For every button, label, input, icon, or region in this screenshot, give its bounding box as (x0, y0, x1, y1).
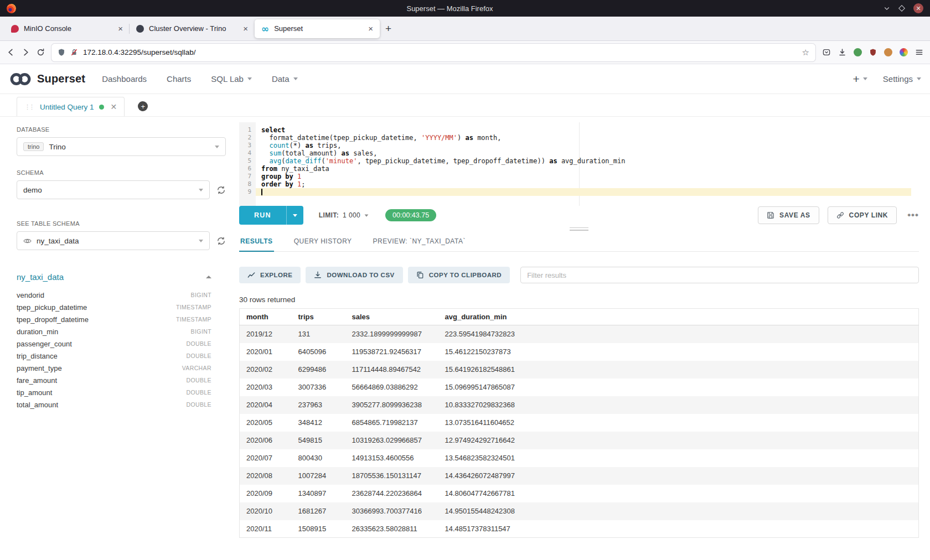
settings-menu[interactable]: Settings (883, 74, 921, 84)
column-row[interactable]: passenger_countDOUBLE (17, 338, 211, 350)
column-header[interactable]: trips (292, 309, 345, 325)
add-query-tab-button[interactable]: + (138, 101, 148, 111)
downloads-icon[interactable] (838, 48, 846, 56)
menu-icon[interactable] (915, 48, 923, 56)
nav-charts[interactable]: Charts (167, 74, 191, 84)
browser-tab[interactable]: ∞Superset× (255, 19, 380, 38)
table-row[interactable]: 2020/11150891526335623.5802881114.485173… (240, 520, 919, 538)
forward-button[interactable] (22, 48, 30, 56)
column-row[interactable]: tpep_dropoff_datetimeTIMESTAMP (17, 313, 211, 325)
table-row[interactable]: 2020/053484126854865.71998213713.0735164… (240, 414, 919, 432)
table-row[interactable]: 2020/0780043014913153.460055613.54682358… (240, 449, 919, 467)
table-row[interactable]: 2020/10168126730366993.70037741614.95015… (240, 502, 919, 520)
column-header[interactable]: sales (345, 309, 438, 325)
save-icon (767, 211, 774, 219)
table-row[interactable]: 2020/042379633905277.809993623810.833327… (240, 396, 919, 414)
line-number: 4 (239, 149, 256, 157)
column-name: payment_type (17, 364, 62, 372)
extension-icon-green[interactable] (854, 48, 862, 56)
column-row[interactable]: vendoridBIGINT (17, 289, 211, 301)
table-cell: 14.950155448242308 (438, 502, 919, 520)
table-cell: 2020/07 (240, 449, 292, 467)
table-row[interactable]: 2020/09134089723628744.22023686414.80604… (240, 485, 919, 502)
chevron-down-icon (247, 77, 252, 80)
nav-dashboards[interactable]: Dashboards (102, 74, 147, 84)
run-button[interactable]: RUN (239, 206, 286, 225)
copy-link-button[interactable]: COPY LINK (828, 206, 897, 224)
save-as-button[interactable]: SAVE AS (758, 206, 819, 224)
reload-button[interactable] (37, 48, 45, 56)
run-dropdown-button[interactable] (286, 206, 303, 225)
refresh-schema-icon[interactable] (216, 185, 226, 195)
ublock-shield-icon[interactable] (869, 48, 877, 56)
tab-close-icon[interactable]: × (368, 24, 373, 33)
table-row[interactable]: 2019/121312332.1899999999987223.59541984… (240, 325, 919, 343)
table-cell: 2020/08 (240, 467, 292, 485)
column-row[interactable]: tpep_pickup_datetimeTIMESTAMP (17, 301, 211, 313)
download-csv-button[interactable]: DOWNLOAD TO CSV (306, 267, 402, 283)
tab-close-icon[interactable]: × (118, 24, 123, 33)
results-tab-query-history[interactable]: QUERY HISTORY (293, 233, 353, 251)
column-row[interactable]: payment_typeVARCHAR (17, 362, 211, 374)
back-button[interactable] (7, 48, 15, 56)
table-row[interactable]: 2020/03300733656664869.0388629215.096995… (240, 378, 919, 396)
column-row[interactable]: fare_amountDOUBLE (17, 374, 211, 386)
pocket-icon[interactable] (822, 48, 831, 56)
extension-icon-pinwheel[interactable] (900, 48, 908, 56)
query-tab[interactable]: ⋮⋮ Untitled Query 1 ✕ (17, 97, 125, 116)
url-bar[interactable]: 172.18.0.4:32295/superset/sqllab/ ☆ (51, 44, 815, 61)
results-actions: EXPLOREDOWNLOAD TO CSVCOPY TO CLIPBOARD (239, 267, 510, 283)
browser-tab[interactable]: Cluster Overview - Trino× (130, 19, 255, 38)
results-tab-preview-ny-taxi-data[interactable]: PREVIEW: `NY_TAXI_DATA` (372, 233, 467, 251)
trino-favicon-icon (136, 25, 144, 33)
column-row[interactable]: trip_distanceDOUBLE (17, 350, 211, 362)
column-header[interactable]: month (240, 309, 292, 325)
window-minimize-button[interactable] (884, 5, 890, 12)
bookmark-star-icon[interactable]: ☆ (802, 48, 809, 58)
resize-handle[interactable] (570, 227, 588, 231)
copy-clipboard-button[interactable]: COPY TO CLIPBOARD (408, 267, 510, 283)
window-restore-button[interactable] (898, 5, 905, 12)
nav-sql-lab[interactable]: SQL Lab (211, 74, 252, 84)
sql-editor[interactable]: 1select2 format_datetime(tpep_pickup_dat… (239, 122, 911, 206)
nav-data[interactable]: Data (272, 74, 298, 84)
table-row[interactable]: 2020/026299486117114448.8946754215.64192… (240, 361, 919, 378)
explore-button[interactable]: EXPLORE (239, 267, 301, 283)
tab-close-icon[interactable]: × (243, 24, 248, 33)
shield-icon[interactable] (58, 48, 65, 56)
database-select[interactable]: trino Trino (17, 137, 226, 156)
column-type: DOUBLE (186, 377, 211, 383)
column-row[interactable]: duration_minBIGINT (17, 325, 211, 338)
browser-tab[interactable]: MinIO Console× (4, 19, 130, 38)
results-tab-results[interactable]: RESULTS (239, 233, 274, 252)
extension-icon-orange[interactable] (884, 48, 892, 56)
table-cell: 2020/04 (240, 396, 292, 414)
url-text[interactable]: 172.18.0.4:32295/superset/sqllab/ (83, 48, 797, 56)
table-row[interactable]: 2020/0654981510319263.02996685712.974924… (240, 432, 919, 449)
filter-results-input[interactable] (520, 267, 919, 283)
table-row[interactable]: 2020/016405096119538721.9245631715.46122… (240, 343, 919, 361)
window-close-button[interactable]: ✕ (913, 3, 923, 13)
table-name-heading[interactable]: ny_taxi_data (17, 272, 64, 282)
column-row[interactable]: tip_amountDOUBLE (17, 386, 211, 398)
code-line: 7group by 1 (239, 173, 911, 180)
refresh-table-icon[interactable] (216, 236, 226, 246)
insecure-lock-icon[interactable] (70, 48, 78, 56)
table-row[interactable]: 2020/08100728418705536.15013114714.43642… (240, 467, 919, 485)
column-type: BIGINT (191, 328, 211, 335)
superset-logo[interactable]: Superset (9, 72, 85, 86)
column-row[interactable]: total_amountDOUBLE (17, 398, 211, 411)
chevron-up-icon[interactable] (206, 276, 211, 278)
table-cell: 2332.1899999999987 (345, 325, 438, 343)
schema-select[interactable]: demo (17, 180, 210, 199)
schema-label: SCHEMA (17, 169, 226, 176)
close-icon[interactable]: ✕ (111, 102, 117, 111)
more-options-button[interactable]: ••• (907, 210, 919, 221)
limit-dropdown[interactable]: LIMIT: 1 000 (319, 211, 369, 219)
new-tab-button[interactable]: + (385, 23, 391, 35)
column-header[interactable]: avg_duration_min (438, 309, 919, 325)
new-item-button[interactable]: + (853, 72, 867, 86)
chevron-down-icon (365, 214, 369, 216)
table-select[interactable]: ny_taxi_data (17, 231, 210, 250)
drag-handle-icon[interactable]: ⋮⋮ (24, 103, 35, 111)
